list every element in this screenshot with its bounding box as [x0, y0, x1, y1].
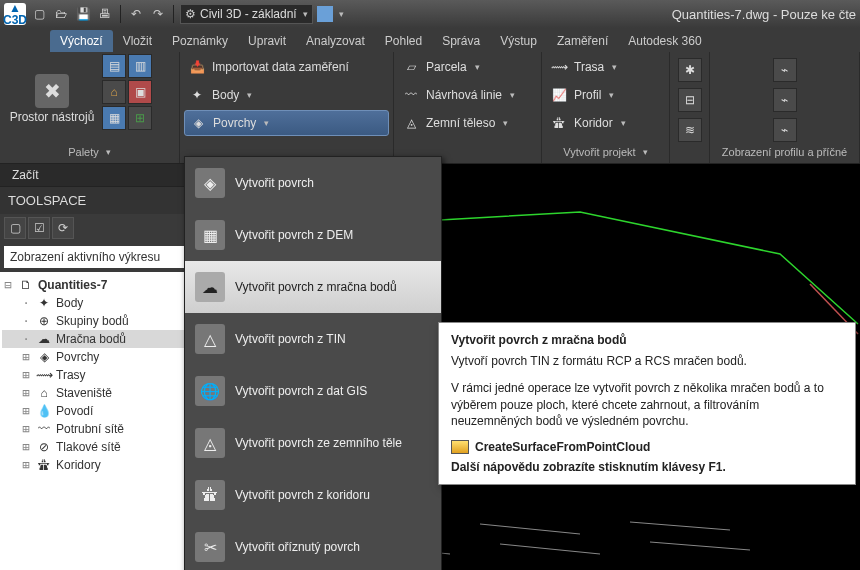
dropdown-item[interactable]: ◬Vytvořit povrch ze zemního těle	[185, 417, 441, 469]
node-icon: ☁	[36, 331, 52, 347]
qat-new-icon[interactable]: ▢	[30, 5, 48, 23]
intersection-button[interactable]: ✱	[678, 58, 702, 82]
corridor-button[interactable]: 🛣Koridor▾	[546, 110, 665, 136]
toolspace-button[interactable]: ✖ Prostor nástrojů	[4, 54, 100, 143]
parcel-button[interactable]: ▱Parcela▾	[398, 54, 537, 80]
alignment-button[interactable]: ⟿Trasa▾	[546, 54, 665, 80]
expander-icon[interactable]: ·	[20, 332, 32, 346]
dropdown-item[interactable]: 🌐Vytvořit povrch z dat GIS	[185, 365, 441, 417]
toolspace-icon: ✖	[35, 74, 69, 108]
tooltip-f1: Další nápovědu zobrazíte stisknutím kláv…	[451, 460, 843, 474]
tab-analyzovat[interactable]: Analyzovat	[296, 30, 375, 52]
expander-icon[interactable]: ·	[20, 314, 32, 328]
dropdown-item[interactable]: 🛣Vytvořit povrch z koridoru	[185, 469, 441, 521]
expander-icon[interactable]: ·	[20, 296, 32, 310]
surfaces-button[interactable]: ◈ Povrchy ▾	[184, 110, 389, 136]
palette-btn-6[interactable]: ⊞	[128, 106, 152, 130]
grading-button[interactable]: ◬Zemní těleso▾	[398, 110, 537, 136]
palette-btn-4[interactable]: ▣	[128, 80, 152, 104]
palette-btn-5[interactable]: ▦	[102, 106, 126, 130]
svg-line-3	[500, 544, 600, 554]
tab-upravit[interactable]: Upravit	[238, 30, 296, 52]
qat-open-icon[interactable]: 🗁	[52, 5, 70, 23]
workspace-selector[interactable]: ⚙ Civil 3D - základní ▾	[180, 4, 313, 24]
parcel-icon: ▱	[402, 58, 420, 76]
expander-icon[interactable]: ⊞	[20, 386, 32, 400]
tree-item-label: Body	[56, 296, 83, 310]
node-icon: ⟿	[36, 367, 52, 383]
tree-item-label: Koridory	[56, 458, 101, 472]
assembly-button[interactable]: ⊟	[678, 88, 702, 112]
panel-title-palety[interactable]: Palety	[4, 143, 175, 161]
tab-poznamky[interactable]: Poznámky	[162, 30, 238, 52]
qat-window-icon[interactable]	[317, 6, 333, 22]
qat-save-icon[interactable]: 💾	[74, 5, 92, 23]
ts-btn-3[interactable]: ⟳	[52, 217, 74, 239]
import-survey-button[interactable]: 📥 Importovat data zaměření	[184, 54, 389, 80]
palette-btn-2[interactable]: ▥	[128, 54, 152, 78]
surfaces-label: Povrchy	[213, 116, 256, 130]
dropdown-item[interactable]: △Vytvořit povrch z TIN	[185, 313, 441, 365]
pipe-button[interactable]: ≋	[678, 118, 702, 142]
points-label: Body	[212, 88, 239, 102]
node-icon: ✦	[36, 295, 52, 311]
dropdown-item-label: Vytvořit povrch ze zemního těle	[235, 436, 402, 450]
tab-pohled[interactable]: Pohled	[375, 30, 432, 52]
qat-undo-icon[interactable]: ↶	[127, 5, 145, 23]
qat-redo-icon[interactable]: ↷	[149, 5, 167, 23]
workspace-label: Civil 3D - základní	[200, 7, 297, 21]
dropdown-item[interactable]: ▦Vytvořit povrch z DEM	[185, 209, 441, 261]
import-survey-label: Importovat data zaměření	[212, 60, 349, 74]
expander-icon[interactable]: ⊞	[20, 404, 32, 418]
expander-icon[interactable]: ⊟	[2, 278, 14, 292]
tab-vychozi[interactable]: Výchozí	[50, 30, 113, 52]
surfaces-dropdown: ◈Vytvořit povrch▦Vytvořit povrch z DEM☁V…	[184, 156, 442, 570]
profile-button[interactable]: 📈Profil▾	[546, 82, 665, 108]
tooltip-command: CreateSurfaceFromPointCloud	[451, 440, 843, 454]
drawing-icon: 🗋	[18, 277, 34, 293]
tooltip-title: Vytvořit povrch z mračna bodů	[451, 333, 843, 347]
chevron-down-icon[interactable]: ▾	[339, 9, 344, 19]
dropdown-item-label: Vytvořit povrch z dat GIS	[235, 384, 367, 398]
document-title: Quantities-7.dwg - Pouze ke čte	[672, 7, 856, 22]
dropdown-item[interactable]: ◈Vytvořit povrch	[185, 157, 441, 209]
dropdown-item-icon: ☁	[195, 272, 225, 302]
expander-icon[interactable]: ⊞	[20, 422, 32, 436]
tooltip-command-text: CreateSurfaceFromPointCloud	[475, 440, 650, 454]
profileview-button[interactable]: ⌁	[773, 58, 797, 82]
tab-vlozit[interactable]: Vložit	[113, 30, 162, 52]
expander-icon[interactable]: ⊞	[20, 440, 32, 454]
chevron-down-icon: ▾	[303, 9, 308, 19]
sectionview-button[interactable]: ⌁	[773, 88, 797, 112]
node-icon: 🛣	[36, 457, 52, 473]
dropdown-item-icon: 🛣	[195, 480, 225, 510]
ts-btn-1[interactable]: ▢	[4, 217, 26, 239]
sampleline-button[interactable]: ⌁	[773, 118, 797, 142]
node-icon: ⊘	[36, 439, 52, 455]
command-icon	[451, 440, 469, 454]
tree-item-label: Tlakové sítě	[56, 440, 121, 454]
palette-btn-1[interactable]: ▤	[102, 54, 126, 78]
tab-autodesk360[interactable]: Autodesk 360	[618, 30, 711, 52]
qat-saveas-icon[interactable]: 🖶	[96, 5, 114, 23]
dropdown-item[interactable]: ✂Vytvořit oříznutý povrch	[185, 521, 441, 570]
expander-icon[interactable]: ⊞	[20, 350, 32, 364]
featureline-button[interactable]: 〰Návrhová linie▾	[398, 82, 537, 108]
tree-item-label: Povrchy	[56, 350, 99, 364]
tab-zamereni[interactable]: Zaměření	[547, 30, 618, 52]
tab-sprava[interactable]: Správa	[432, 30, 490, 52]
node-icon: ⊕	[36, 313, 52, 329]
expander-icon[interactable]: ⊞	[20, 458, 32, 472]
panel-title-project[interactable]: Vytvořit projekt	[546, 143, 665, 161]
dropdown-item-icon: △	[195, 324, 225, 354]
dropdown-item[interactable]: ☁Vytvořit povrch z mračna bodů	[185, 261, 441, 313]
gear-icon: ⚙	[185, 7, 196, 21]
points-button[interactable]: ✦ Body ▾	[184, 82, 389, 108]
ribbon-tabs: Výchozí Vložit Poznámky Upravit Analyzov…	[0, 28, 860, 52]
ts-btn-2[interactable]: ☑	[28, 217, 50, 239]
expander-icon[interactable]: ⊞	[20, 368, 32, 382]
tab-vystup[interactable]: Výstup	[490, 30, 547, 52]
svg-line-2	[480, 524, 580, 534]
tree-item-label: Trasy	[56, 368, 86, 382]
palette-btn-3[interactable]: ⌂	[102, 80, 126, 104]
